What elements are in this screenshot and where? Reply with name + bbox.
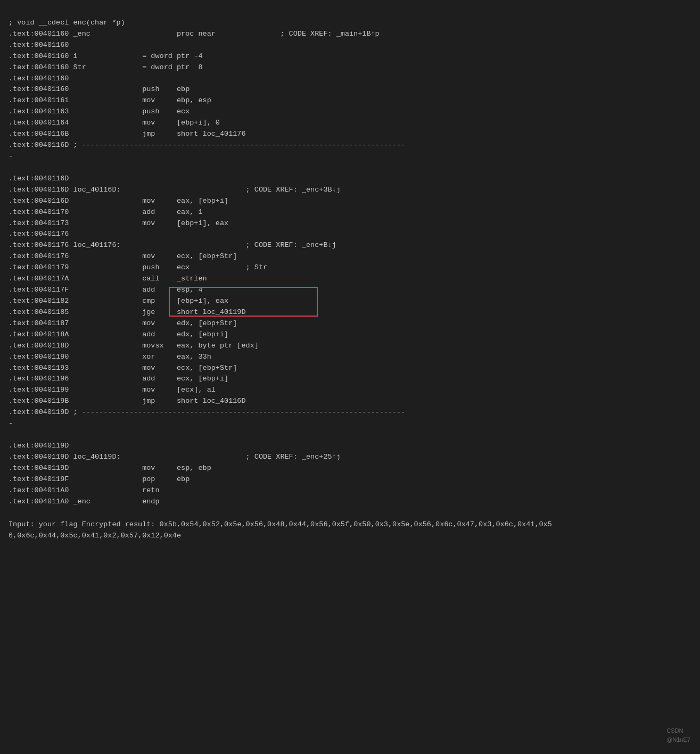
watermark-csdn: CSDN [666, 726, 690, 735]
line-12: .text:0040116D ; -----------------------… [9, 141, 405, 149]
encrypted-label: Encrypted result: [82, 520, 155, 528]
encrypted-value-line1: 0x5b,0x54,0x52,0x5e,0x56,0x48,0x44,0x56,… [160, 520, 552, 528]
line-8: .text:00401161 mov ebp, esp [9, 96, 211, 104]
line-19: .text:00401173 mov [ebp+i], eax [9, 219, 228, 227]
line-36: .text:0040119D ; -----------------------… [9, 408, 405, 416]
line-4: .text:00401160 i = dword ptr -4 [9, 52, 203, 60]
line-10: .text:00401164 mov [ebp+i], 0 [9, 119, 220, 127]
line-42: .text:0040119F pop ebp [9, 475, 190, 483]
line-17: .text:0040116D mov eax, [ebp+i] [9, 197, 228, 205]
line-1: ; void __cdecl enc(char *p) [9, 19, 125, 27]
code-container: ; void __cdecl enc(char *p) .text:004011… [9, 6, 691, 542]
line-33: .text:00401196 add ecx, [ebp+i] [9, 375, 228, 383]
line-5: .text:00401160 Str = dword ptr 8 [9, 63, 203, 71]
watermark-username: @N1nE7 [666, 735, 690, 744]
assembly-code: ; void __cdecl enc(char *p) .text:004011… [9, 6, 691, 518]
line-27: .text:00401185 jge short loc_40119D [9, 308, 246, 316]
line-40: .text:0040119D loc_40119D: ; CODE XREF: … [9, 453, 341, 461]
watermark: CSDN @N1nE7 [666, 726, 690, 744]
line-16: .text:0040116D loc_40116D: ; CODE XREF: … [9, 186, 341, 194]
line-28: .text:00401187 mov edx, [ebp+Str] [9, 319, 237, 327]
line-11: .text:0040116B jmp short loc_401176 [9, 130, 246, 138]
line-37: - [9, 419, 13, 427]
line-2: .text:00401160 _enc proc near ; CODE XRE… [9, 30, 380, 38]
line-26: .text:00401182 cmp [ebp+i], eax [9, 297, 228, 305]
encrypted-value-line2: 6,0x6c,0x44,0x5c,0x41,0x2,0x57,0x12,0x4e [9, 532, 181, 540]
line-44: .text:004011A0 _enc endp [9, 498, 160, 506]
output-section: Input: your flag Encrypted result: 0x5b,… [9, 519, 691, 542]
line-23: .text:00401179 push ecx ; Str [9, 263, 267, 271]
line-24: .text:0040117A call _strlen [9, 275, 207, 283]
line-30: .text:0040118D movsx eax, byte ptr [edx] [9, 341, 259, 352]
line-22: .text:00401176 mov ecx, [ebp+Str] [9, 252, 237, 260]
line-29: .text:0040118A add edx, [ebp+i] [9, 330, 228, 338]
line-20: .text:00401176 [9, 230, 69, 238]
line-6: .text:00401160 [9, 74, 69, 82]
line-9: .text:00401163 push ecx [9, 107, 190, 115]
line-31: .text:00401190 xor eax, 33h [9, 353, 211, 361]
line-34: .text:00401199 mov [ecx], al [9, 386, 216, 394]
line-3: .text:00401160 [9, 41, 69, 49]
line-41: .text:0040119D mov esp, ebp [9, 464, 211, 472]
line-32: .text:00401193 mov ecx, [ebp+Str] [9, 364, 237, 372]
input-label: Input: your flag [9, 520, 78, 528]
line-25: .text:0040117F add esp, 4 [9, 286, 203, 294]
line-15: .text:0040116D [9, 175, 69, 183]
line-35: .text:0040119B jmp short loc_40116D [9, 397, 246, 405]
line-21: .text:00401176 loc_401176: ; CODE XREF: … [9, 241, 336, 249]
line-18: .text:00401170 add eax, 1 [9, 208, 203, 216]
line-43: .text:004011A0 retn [9, 486, 160, 494]
line-39: .text:0040119D [9, 442, 69, 450]
line-13: - [9, 152, 13, 160]
line-7: .text:00401160 push ebp [9, 85, 190, 93]
